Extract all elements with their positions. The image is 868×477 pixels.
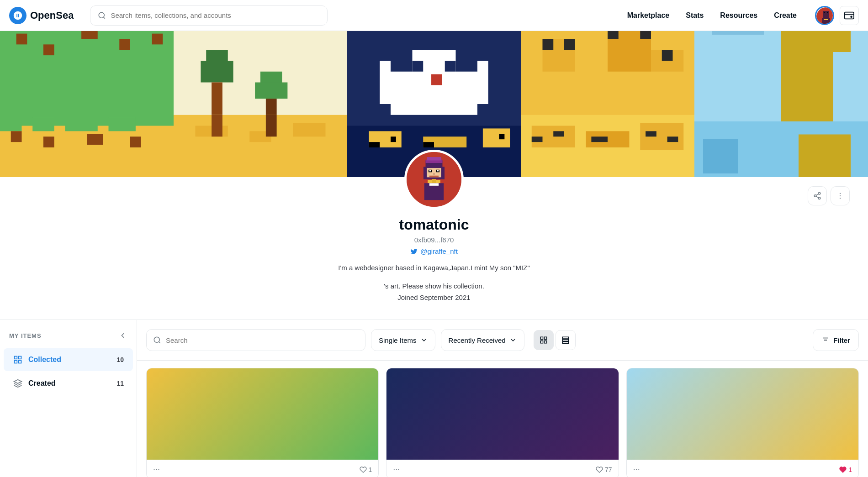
sidebar-item-collected[interactable]: Collected 10 (4, 348, 133, 371)
svg-rect-73 (712, 31, 764, 35)
banner-segment-1 (0, 31, 174, 177)
svg-rect-88 (429, 170, 431, 172)
twitter-handle[interactable]: @giraffe_nft (420, 247, 458, 255)
opensea-icon (13, 10, 23, 21)
heart-icon-2 (596, 466, 603, 473)
svg-rect-7 (824, 19, 828, 20)
heart-icon-3-filled (839, 466, 847, 473)
svg-rect-69 (591, 136, 608, 142)
banner-segment-5 (694, 31, 868, 177)
sidebar-collapse-button[interactable] (118, 331, 127, 340)
svg-rect-5 (823, 17, 829, 18)
svg-rect-22 (81, 31, 98, 39)
nft-card-1-options[interactable]: ··· (153, 465, 160, 474)
svg-rect-37 (266, 115, 277, 137)
filter-icon (821, 336, 830, 344)
wallet-button[interactable] (840, 6, 859, 25)
svg-rect-20 (16, 34, 27, 45)
svg-rect-4 (827, 12, 828, 13)
grid-view-button[interactable] (534, 330, 554, 350)
banner-art-1 (0, 31, 174, 177)
svg-rect-16 (11, 131, 22, 142)
svg-point-0 (99, 12, 105, 18)
nft-card-3-image (627, 368, 858, 460)
profile-address[interactable]: 0xfb09...f670 (414, 236, 454, 244)
svg-rect-41 (391, 50, 413, 72)
profile-avatar-wrapper (404, 150, 464, 209)
nft-card-3-footer: ··· 1 (627, 460, 858, 477)
nft-card-2-like[interactable]: 77 (596, 466, 612, 473)
nft-card-1-footer: ··· 1 (147, 460, 378, 477)
nav-resources[interactable]: Resources (713, 8, 765, 23)
logo[interactable]: OpenSea (9, 7, 74, 24)
svg-rect-13 (32, 118, 54, 131)
svg-rect-115 (562, 340, 569, 341)
svg-rect-77 (807, 35, 842, 52)
svg-point-109 (154, 337, 159, 342)
nav-stats[interactable]: Stats (678, 8, 711, 23)
profile-avatar-art (407, 150, 461, 209)
nft-card-1[interactable]: ··· 1 (146, 368, 379, 477)
svg-rect-11 (0, 126, 174, 178)
svg-point-102 (840, 195, 841, 196)
more-options-button[interactable] (831, 186, 850, 205)
nft-card-2-options[interactable]: ··· (393, 465, 400, 474)
nft-grid: ··· 1 ··· (137, 361, 868, 477)
nft-card-1-like[interactable]: 1 (360, 466, 372, 473)
content-area: Single Items Recently Received (137, 320, 868, 477)
svg-rect-28 (212, 83, 222, 115)
sidebar-item-created[interactable]: Created 11 (4, 372, 133, 395)
nft-card-3-like[interactable]: 1 (839, 466, 852, 473)
banner-art-5 (694, 31, 868, 177)
main-nav: Marketplace Stats Resources Create (620, 8, 804, 23)
toolbar-search-icon (153, 336, 161, 344)
svg-point-97 (814, 195, 816, 197)
svg-rect-106 (15, 361, 17, 363)
collected-count: 10 (116, 356, 124, 363)
svg-line-100 (816, 194, 818, 195)
share-button[interactable] (808, 186, 827, 205)
svg-rect-35 (293, 123, 325, 137)
svg-rect-113 (544, 341, 546, 343)
svg-rect-8 (845, 12, 854, 19)
sort-chevron-icon (509, 336, 517, 344)
main-content: MY ITEMS Collected 10 (0, 320, 868, 477)
profile-avatar (404, 150, 464, 209)
nft-card-2-footer: ··· 77 (386, 460, 618, 477)
toolbar-search-input[interactable] (166, 336, 359, 344)
svg-rect-23 (119, 39, 130, 50)
svg-rect-110 (540, 337, 543, 339)
single-items-dropdown[interactable]: Single Items (371, 329, 435, 351)
sidebar-item-collected-left: Collected (13, 355, 61, 365)
nft-card-3-options[interactable]: ··· (633, 465, 640, 474)
logo-text: OpenSea (30, 10, 74, 21)
nft-card-2[interactable]: ··· 77 (386, 368, 619, 477)
global-search-bar[interactable] (90, 5, 328, 26)
filter-button[interactable]: Filter (813, 329, 859, 351)
profile-twitter[interactable]: @giraffe_nft (410, 247, 458, 255)
svg-rect-68 (553, 131, 564, 136)
toolbar-search-bar[interactable] (146, 329, 365, 351)
svg-rect-60 (608, 31, 619, 39)
svg-rect-89 (437, 170, 439, 172)
svg-rect-90 (433, 173, 435, 175)
svg-marker-108 (14, 380, 22, 383)
global-search-input[interactable] (111, 11, 320, 19)
user-avatar[interactable] (815, 6, 834, 25)
nft-card-3[interactable]: ··· 1 (626, 368, 859, 477)
svg-rect-84 (427, 157, 441, 160)
svg-rect-51 (391, 136, 396, 142)
svg-rect-70 (646, 131, 656, 136)
svg-rect-14 (65, 121, 98, 131)
recently-received-dropdown[interactable]: Recently Received (441, 329, 524, 351)
nav-create[interactable]: Create (767, 8, 804, 23)
filter-label: Filter (833, 336, 850, 344)
svg-rect-12 (0, 121, 22, 131)
nav-marketplace[interactable]: Marketplace (620, 8, 677, 23)
svg-point-101 (840, 193, 841, 194)
svg-rect-42 (456, 50, 478, 72)
avatar-icon (816, 7, 834, 25)
list-view-button[interactable] (556, 330, 576, 350)
banner-art-4 (521, 31, 694, 177)
svg-rect-36 (212, 115, 222, 137)
